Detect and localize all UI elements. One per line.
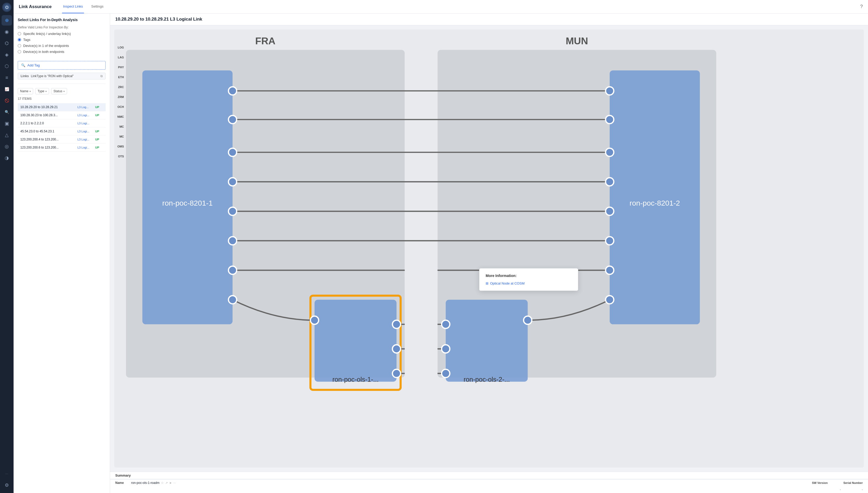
ols-right-label: ron-poc-ols-2-...	[463, 376, 510, 383]
left-panel: Select Links For In-Depth Analysis Defin…	[14, 14, 110, 493]
svg-point-12	[228, 148, 237, 156]
go-to-icon[interactable]: ➤	[169, 481, 171, 485]
content: Select Links For In-Depth Analysis Defin…	[14, 14, 868, 493]
link-status: UP	[95, 114, 103, 117]
svg-point-19	[606, 207, 614, 215]
home-icon: ⊕	[5, 18, 9, 23]
link-item[interactable]: 123.200.200.6 to 123.200... L3 Logi... U…	[18, 144, 106, 152]
main-area: Link Assurance Inspect Links Settings ? …	[14, 0, 868, 493]
fra-label: FRA	[255, 36, 276, 46]
diagram-container: LOG LAG PHY ETH ZRC ZRM OCH NMC MC MC OM…	[114, 29, 864, 468]
popup-link[interactable]: ⊞ Optical Node at COSM	[486, 281, 572, 285]
svg-rect-27	[446, 300, 528, 382]
layers-icon: ≡	[5, 75, 8, 81]
search-icon: 🔍	[5, 110, 9, 114]
link-item[interactable]: 45.54.23.0 to 45.54.23.1 L3 Logi... UP	[18, 127, 106, 135]
layer-zrc: ZRC	[114, 82, 126, 92]
sidebar-item-grid[interactable]: ◈	[2, 49, 12, 60]
more-items[interactable]: ···	[2, 469, 12, 479]
link-item[interactable]: 2.2.2.1 to 2.2.2.0 L3 Logi...	[18, 119, 106, 127]
radio-device-one[interactable]: Device(s) in 1 of the endpoints	[18, 44, 106, 48]
link-item[interactable]: 123.200.200.4 to 123.200... L3 Logi... U…	[18, 135, 106, 144]
chevron-icon: ▾	[45, 90, 47, 93]
more-actions-icon[interactable]: ···	[173, 481, 176, 485]
radio-specific-links[interactable]: Specific link(s) / underlay link(s)	[18, 32, 106, 36]
type-filter[interactable]: Type ▾	[35, 88, 49, 94]
half-circle-icon: ◑	[5, 155, 9, 161]
copy-icon[interactable]: ⧉	[100, 74, 103, 78]
svg-point-32	[524, 316, 532, 324]
divider	[18, 84, 106, 84]
sw-version-cell: -	[840, 488, 841, 491]
radio-group: Specific link(s) / underlay link(s) Tags…	[18, 32, 106, 54]
sidebar-item-topology[interactable]: ⌬	[2, 38, 12, 48]
sidebar-item-chart[interactable]: 📈	[2, 84, 12, 94]
radio-tags[interactable]: Tags	[18, 38, 106, 42]
metrics-cells: - -	[840, 488, 863, 491]
sidebar-item-hex[interactable]: ⬡	[2, 61, 12, 71]
link-name: 10.28.29.20 to 10.28.29.21	[20, 105, 75, 109]
svg-point-18	[228, 207, 237, 215]
link-name: 123.200.200.4 to 123.200...	[20, 137, 75, 141]
link-status: UP	[95, 130, 103, 133]
svg-rect-4	[610, 70, 700, 324]
name-filter[interactable]: Name ▾	[18, 88, 33, 94]
tab-inspect-links[interactable]: Inspect Links	[62, 0, 84, 13]
layer-labels: LOG LAG PHY ETH ZRC ZRM OCH NMC MC MC OM…	[114, 42, 126, 161]
chevron-icon: ▾	[29, 90, 31, 93]
status-filter[interactable]: Status ▾	[51, 88, 67, 94]
link-type: L3 Logi...	[78, 146, 93, 149]
filter-section: Define Valid Links For Inspection By: Sp…	[18, 25, 106, 54]
app-logo[interactable]: ⬡	[2, 3, 12, 12]
serial-number-cell: -	[862, 488, 863, 491]
settings-nav-icon[interactable]: ⚙	[2, 480, 12, 490]
sidebar-item-search[interactable]: 🔍	[2, 107, 12, 117]
link-type: L3 Logi...	[78, 114, 93, 117]
link-item[interactable]: 10.28.29.20 to 10.28.29.21 L3 Log... UP	[18, 103, 106, 111]
help-icon[interactable]: ?	[860, 4, 863, 9]
block-icon: 🚫	[5, 99, 9, 103]
layer-och: OCH	[114, 102, 126, 112]
summary-tab-label[interactable]: Summary	[115, 473, 131, 477]
link-list: 10.28.29.20 to 10.28.29.21 L3 Log... UP …	[18, 103, 106, 152]
svg-rect-42	[405, 267, 438, 390]
svg-point-29	[228, 296, 237, 304]
gear-icon: ⚙	[5, 482, 9, 488]
link-item[interactable]: 100.28.30.23 to 100.28.3... L3 Logi... U…	[18, 111, 106, 119]
tag-value: LinkType is "RON with Optical"	[31, 74, 74, 78]
app-title: Link Assurance	[19, 4, 52, 9]
svg-point-22	[606, 237, 614, 245]
layer-phy: PHY	[114, 62, 126, 72]
tab-settings[interactable]: Settings	[90, 0, 105, 13]
svg-point-25	[606, 266, 614, 274]
topbar-right: ?	[860, 4, 863, 9]
layer-mc2: MC	[114, 132, 126, 142]
sidebar-item-halfcircle[interactable]: ◑	[2, 153, 12, 163]
sidebar-item-home[interactable]: ⊕	[2, 15, 12, 25]
svg-point-40	[392, 369, 401, 377]
external-nav-icon[interactable]: ↗	[165, 481, 168, 485]
ols-left-label: ron-poc-ols-1-...	[332, 376, 379, 383]
sidebar-item-target[interactable]: ◎	[2, 141, 12, 152]
layer-mc1: MC	[114, 122, 126, 132]
link-name: 100.28.30.23 to 100.28.3...	[20, 113, 75, 117]
sidebar-item-triangle[interactable]: △	[2, 130, 12, 140]
svg-point-16	[606, 178, 614, 186]
radio-device-both[interactable]: Device(s) in both endpoints	[18, 50, 106, 54]
serial-col: Serial Number	[843, 481, 863, 485]
sidebar-item-block[interactable]: 🚫	[2, 95, 12, 106]
sidebar-item-circle[interactable]: ◉	[2, 26, 12, 37]
svg-point-34	[392, 320, 401, 328]
name-cell	[115, 488, 840, 491]
link-name: 123.200.200.6 to 123.200...	[20, 146, 75, 149]
star-icon[interactable]: ☆	[161, 481, 164, 485]
layer-lag: LAG	[114, 52, 126, 62]
add-tag-button[interactable]: 🔍 Add Tag	[18, 61, 106, 69]
layer-ots: OTS	[114, 151, 126, 161]
grid-icon: ◈	[5, 52, 8, 58]
sidebar-item-layers[interactable]: ≡	[2, 72, 12, 83]
sidebar-item-square[interactable]: ▣	[2, 118, 12, 129]
topbar: Link Assurance Inspect Links Settings ?	[14, 0, 868, 14]
panel-title: Select Links For In-Depth Analysis	[18, 18, 106, 22]
search-tag-icon: 🔍	[21, 63, 25, 67]
